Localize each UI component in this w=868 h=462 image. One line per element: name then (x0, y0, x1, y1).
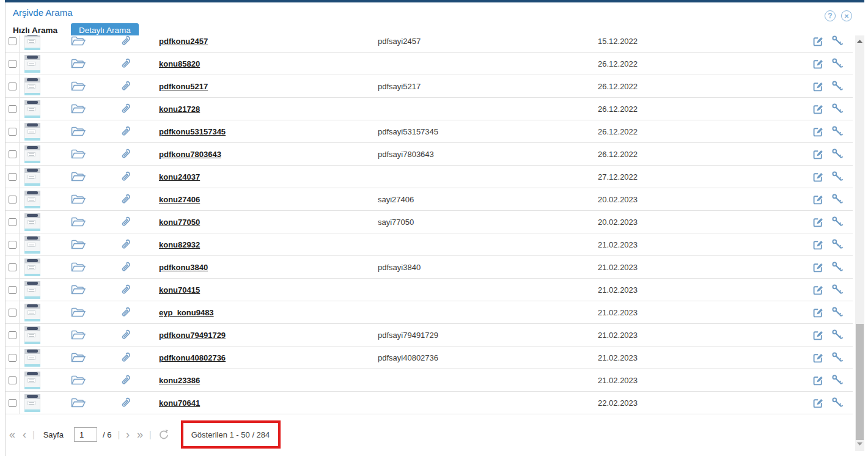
paperclip-icon[interactable] (118, 396, 132, 410)
paperclip-icon[interactable] (118, 328, 132, 342)
paperclip-icon[interactable] (118, 147, 132, 161)
edit-icon[interactable] (811, 283, 825, 296)
row-checkbox[interactable] (9, 376, 17, 384)
edit-icon[interactable] (811, 147, 825, 161)
document-link[interactable]: pdfkonu7803643 (159, 150, 221, 159)
help-icon[interactable]: ? (825, 10, 836, 21)
row-checkbox[interactable] (9, 331, 17, 339)
folder-open-icon[interactable] (70, 261, 86, 273)
key-icon[interactable] (831, 125, 844, 138)
row-checkbox[interactable] (9, 354, 17, 362)
document-link[interactable]: pdfkonu53157345 (159, 127, 226, 136)
folder-open-icon[interactable] (70, 374, 86, 386)
refresh-icon[interactable] (154, 428, 174, 441)
paperclip-icon[interactable] (118, 102, 132, 116)
key-icon[interactable] (831, 35, 844, 48)
paperclip-icon[interactable] (118, 373, 132, 387)
edit-icon[interactable] (811, 351, 825, 364)
folder-open-icon[interactable] (70, 125, 86, 138)
document-link[interactable]: pdfkonu40802736 (159, 353, 226, 362)
folder-open-icon[interactable] (70, 329, 86, 341)
next-page-button[interactable]: › (122, 429, 133, 440)
row-checkbox[interactable] (9, 82, 17, 90)
row-checkbox[interactable] (9, 263, 17, 271)
row-checkbox[interactable] (9, 105, 17, 113)
document-link[interactable]: pdfkonu79491729 (159, 331, 226, 340)
paperclip-icon[interactable] (118, 260, 132, 274)
edit-icon[interactable] (811, 238, 825, 251)
document-link[interactable]: pdfkonu3840 (159, 263, 208, 272)
folder-open-icon[interactable] (70, 35, 86, 47)
document-link[interactable]: pdfkonu2457 (159, 37, 208, 46)
edit-icon[interactable] (811, 396, 825, 409)
folder-open-icon[interactable] (70, 216, 86, 228)
document-link[interactable]: konu77050 (159, 218, 200, 227)
folder-open-icon[interactable] (70, 170, 86, 183)
folder-open-icon[interactable] (70, 238, 86, 251)
key-icon[interactable] (831, 193, 844, 206)
row-checkbox[interactable] (9, 150, 17, 158)
paperclip-icon[interactable] (118, 79, 132, 94)
document-link[interactable]: konu21728 (159, 105, 200, 114)
key-icon[interactable] (831, 170, 844, 183)
paperclip-icon[interactable] (118, 283, 132, 297)
edit-icon[interactable] (811, 260, 825, 274)
edit-icon[interactable] (811, 57, 825, 70)
previous-page-button[interactable]: ‹ (19, 429, 30, 440)
document-link[interactable]: pdfkonu5217 (159, 82, 208, 91)
document-link[interactable]: eyp_konu9483 (159, 308, 214, 317)
folder-open-icon[interactable] (70, 57, 86, 70)
folder-open-icon[interactable] (70, 284, 86, 296)
page-number-input[interactable] (74, 427, 97, 442)
paperclip-icon[interactable] (118, 238, 132, 252)
key-icon[interactable] (831, 260, 844, 274)
folder-open-icon[interactable] (70, 148, 86, 160)
paperclip-icon[interactable] (118, 125, 132, 139)
key-icon[interactable] (831, 147, 844, 161)
key-icon[interactable] (831, 215, 844, 229)
edit-icon[interactable] (811, 170, 825, 183)
row-checkbox[interactable] (9, 173, 17, 181)
edit-icon[interactable] (811, 215, 825, 229)
key-icon[interactable] (831, 396, 844, 409)
paperclip-icon[interactable] (118, 351, 132, 365)
document-link[interactable]: konu70641 (159, 398, 200, 408)
edit-icon[interactable] (811, 193, 825, 206)
edit-icon[interactable] (811, 306, 825, 319)
document-link[interactable]: konu24037 (159, 172, 200, 182)
folder-open-icon[interactable] (70, 193, 86, 205)
key-icon[interactable] (831, 79, 844, 93)
row-checkbox[interactable] (9, 309, 17, 317)
key-icon[interactable] (831, 306, 844, 319)
last-page-button[interactable]: » (133, 429, 147, 440)
row-checkbox[interactable] (9, 37, 17, 45)
key-icon[interactable] (831, 283, 844, 296)
paperclip-icon[interactable] (118, 215, 132, 229)
tab-hizli-arama[interactable]: Hızlı Arama (13, 26, 57, 35)
paperclip-icon[interactable] (118, 306, 132, 320)
document-link[interactable]: konu70415 (159, 285, 200, 295)
paperclip-icon[interactable] (118, 57, 132, 71)
folder-open-icon[interactable] (70, 103, 86, 115)
key-icon[interactable] (831, 57, 844, 70)
edit-icon[interactable] (811, 102, 825, 116)
document-link[interactable]: konu82932 (159, 240, 200, 249)
vertical-scrollbar[interactable] (855, 35, 864, 451)
document-link[interactable]: konu27406 (159, 195, 200, 204)
edit-icon[interactable] (811, 373, 825, 387)
row-checkbox[interactable] (9, 286, 17, 294)
key-icon[interactable] (831, 373, 844, 387)
edit-icon[interactable] (811, 125, 825, 138)
scroll-down-arrow[interactable] (855, 439, 864, 449)
document-link[interactable]: konu23386 (159, 376, 200, 385)
row-checkbox[interactable] (9, 128, 17, 136)
edit-icon[interactable] (811, 328, 825, 342)
close-icon[interactable]: ✕ (841, 10, 852, 21)
edit-icon[interactable] (811, 79, 825, 93)
row-checkbox[interactable] (9, 196, 17, 204)
row-checkbox[interactable] (9, 241, 17, 249)
first-page-button[interactable]: « (6, 429, 19, 440)
key-icon[interactable] (831, 328, 844, 342)
key-icon[interactable] (831, 351, 844, 364)
document-link[interactable]: konu85820 (159, 59, 200, 68)
